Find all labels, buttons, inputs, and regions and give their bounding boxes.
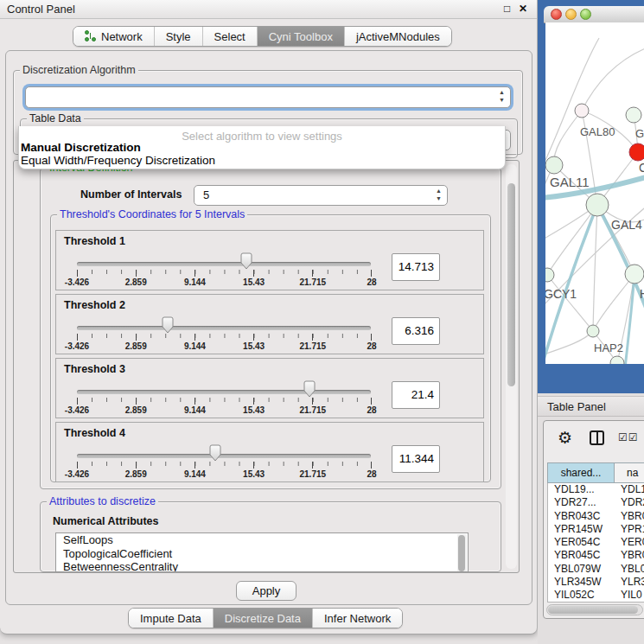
threshold-4-slider[interactable] xyxy=(77,454,371,458)
close-window-icon[interactable]: ✕ xyxy=(519,3,527,15)
thresholds-group-label: Threshold's Coordinates for 5 Intervals xyxy=(57,208,247,220)
bottom-tab-bar: Impute Data Discretize Data Infer Networ… xyxy=(128,608,403,628)
zoom-traffic-light-icon[interactable] xyxy=(580,9,591,20)
attributes-group-label: Attributes to discretize xyxy=(47,495,158,507)
tab-infer-network-label: Infer Network xyxy=(324,612,391,625)
table-row[interactable]: YLR345WYLR3 xyxy=(548,576,644,589)
table-row[interactable]: YDR27...YDR2 xyxy=(548,496,644,509)
menu-item-manual-discretization[interactable]: Manual Discretization xyxy=(21,141,141,154)
slider-tick-labels: -3.4262.8599.14415.4321.71528 xyxy=(77,277,372,288)
tab-impute-data-label: Impute Data xyxy=(140,612,201,625)
table-row[interactable]: YPR145WYPR1 xyxy=(548,523,644,536)
node-label: GCY1 xyxy=(545,287,577,301)
node xyxy=(545,268,554,282)
settings-scroll-area: Interval Definition Number of Intervals … xyxy=(13,160,520,573)
node-label: C xyxy=(639,161,644,175)
threshold-2-label: Threshold 2 xyxy=(64,299,125,311)
stepper-icon: ▲▼ xyxy=(436,187,442,202)
table-panel: ⚙ ☑☑ shared... na YDL19...YDL1 YDR27...Y… xyxy=(543,420,644,619)
tab-style[interactable]: Style xyxy=(155,27,203,46)
window-title: Control Panel xyxy=(7,3,75,16)
network-icon xyxy=(85,30,96,42)
threshold-4-panel: Threshold 4 -3.4262.8599.14415.4321.7152… xyxy=(55,422,484,482)
threshold-1-panel: Threshold 1 -3.4262.8599.14415.4321.7152… xyxy=(55,230,484,290)
algorithm-combobox[interactable]: ▲▼ xyxy=(25,86,511,108)
top-tab-bar: Network Style Select Cyni Toolbox jActiv… xyxy=(73,26,452,47)
scrollbar-thumb[interactable] xyxy=(548,606,638,614)
threshold-1-slider[interactable] xyxy=(77,262,371,266)
minimize-traffic-light-icon[interactable] xyxy=(565,9,577,20)
network-graph: GAL80 GA GAL11 C GAL4 GCY1 H HAP2 xyxy=(545,22,644,364)
column-header-shared-name[interactable]: shared... xyxy=(547,462,615,483)
tab-select[interactable]: Select xyxy=(203,27,258,46)
table-panel-toolbar: ⚙ ☑☑ xyxy=(544,421,644,459)
table-panel-title: Table Panel xyxy=(547,400,606,413)
list-vertical-scrollbar[interactable] xyxy=(457,534,467,572)
tab-impute-data[interactable]: Impute Data xyxy=(129,609,214,628)
settings-vertical-scrollbar[interactable] xyxy=(506,164,517,569)
table-row[interactable]: YER054CYER0 xyxy=(548,536,644,549)
node-label: HAP2 xyxy=(594,341,623,354)
node-label: H xyxy=(640,287,644,301)
threshold-3-slider[interactable] xyxy=(77,390,371,394)
table-row[interactable]: YBL079WYBL0 xyxy=(548,563,644,576)
slider-tick-labels: -3.4262.8599.14415.4321.71528 xyxy=(77,405,372,416)
node xyxy=(625,265,644,284)
network-window-titlebar xyxy=(544,6,644,23)
control-panel-titlebar: Control Panel □ ✕ xyxy=(0,0,537,19)
table-horizontal-scrollbar[interactable] xyxy=(546,604,643,615)
menu-item-equal-width-frequency[interactable]: Equal Width/Frequency Discretization xyxy=(21,154,215,167)
tab-infer-network[interactable]: Infer Network xyxy=(313,609,402,628)
threshold-3-value-field[interactable]: 21.4 xyxy=(392,381,440,409)
tab-jactivemnodules[interactable]: jActiveMNodules xyxy=(345,27,451,46)
node xyxy=(586,194,609,216)
list-item[interactable]: SelfLoops xyxy=(56,533,468,547)
apply-button[interactable]: Apply xyxy=(236,581,296,601)
node xyxy=(587,325,599,337)
slider-tick-labels: -3.4262.8599.14415.4321.71528 xyxy=(77,341,372,352)
float-window-icon[interactable]: □ xyxy=(504,3,510,15)
numerical-attributes-list[interactable]: SelfLoops TopologicalCoefficient Between… xyxy=(55,532,469,572)
close-traffic-light-icon[interactable] xyxy=(551,9,562,20)
threshold-3-label: Threshold 3 xyxy=(64,363,125,375)
scrollbar-thumb[interactable] xyxy=(458,535,465,571)
threshold-3-panel: Threshold 3 -3.4262.8599.14415.4321.7152… xyxy=(55,358,484,418)
column-header-name[interactable]: na xyxy=(615,462,644,483)
scrollbar-thumb[interactable] xyxy=(507,183,515,386)
tab-network[interactable]: Network xyxy=(73,27,155,46)
list-item[interactable]: BetweennessCentrality xyxy=(56,560,468,572)
table-panel-titlebar: Table Panel xyxy=(538,396,644,417)
table-body: YDL19...YDL1 YDR27...YDR2 YBR043CYBR0 YP… xyxy=(547,483,644,603)
node-label: GAL80 xyxy=(580,125,615,138)
algorithm-dropdown-popup: Select algorithm to view settings Manual… xyxy=(18,126,506,169)
threshold-2-slider[interactable] xyxy=(77,326,371,330)
table-row[interactable]: YIL052CYIL0 xyxy=(548,589,644,602)
gear-icon[interactable]: ⚙ xyxy=(558,428,572,448)
table-header-row: shared... na xyxy=(547,462,644,483)
column-layout-icon[interactable] xyxy=(590,430,604,445)
tab-cyni-toolbox-label: Cyni Toolbox xyxy=(269,30,333,43)
number-of-intervals-combobox[interactable]: 5 ▲▼ xyxy=(194,185,448,206)
table-row[interactable]: YBR045CYBR0 xyxy=(548,549,644,562)
slider-tick-labels: -3.4262.8599.14415.4321.71528 xyxy=(77,469,372,480)
select-columns-icon[interactable]: ☑☑ xyxy=(618,431,639,443)
threshold-4-value-field[interactable]: 11.344 xyxy=(392,445,440,473)
number-of-intervals-value: 5 xyxy=(203,188,209,201)
threshold-2-value-field[interactable]: 6.316 xyxy=(392,317,440,345)
control-panel-window: Control Panel □ ✕ Network Style Select C… xyxy=(0,0,538,634)
table-row[interactable]: YDL19...YDL1 xyxy=(548,483,644,496)
screen: Control Panel □ ✕ Network Style Select C… xyxy=(0,0,644,644)
threshold-1-value-field[interactable]: 14.713 xyxy=(392,253,440,281)
list-item[interactable]: TopologicalCoefficient xyxy=(56,547,468,561)
tab-discretize-data[interactable]: Discretize Data xyxy=(214,609,313,628)
node-label: GAL4 xyxy=(611,218,642,232)
node xyxy=(575,104,589,118)
discretization-algorithm-label: Discretization Algorithm xyxy=(20,64,138,76)
table-row[interactable]: YBR043CYBR0 xyxy=(548,510,644,523)
threshold-1-label: Threshold 1 xyxy=(64,235,125,247)
node xyxy=(545,156,563,174)
tab-cyni-toolbox[interactable]: Cyni Toolbox xyxy=(258,27,345,46)
network-view-window: GAL80 GA GAL11 C GAL4 GCY1 H HAP2 xyxy=(538,0,644,393)
tab-jactivemnodules-label: jActiveMNodules xyxy=(356,30,440,43)
network-canvas[interactable]: GAL80 GA GAL11 C GAL4 GCY1 H HAP2 xyxy=(545,22,644,364)
